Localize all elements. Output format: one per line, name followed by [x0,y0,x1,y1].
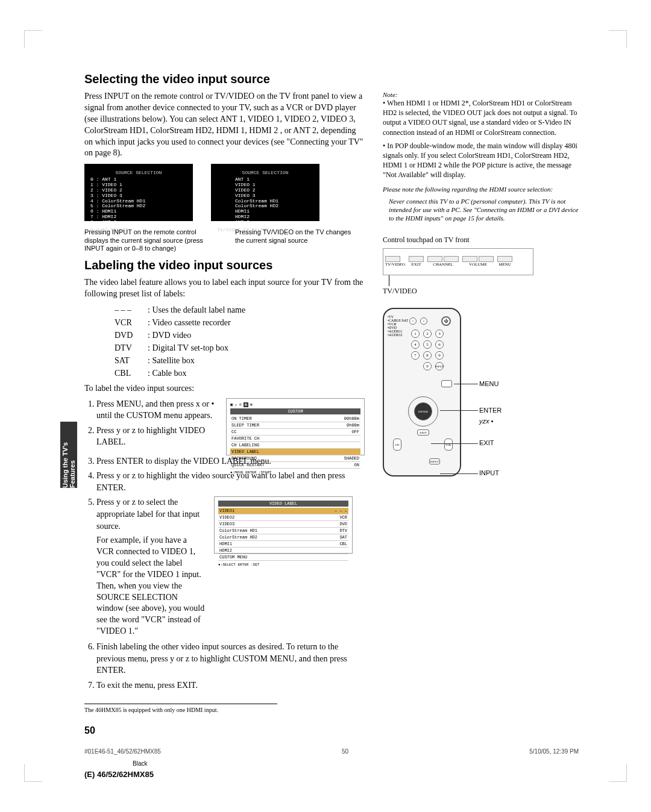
crop-mark [24,764,42,782]
note-label: Note: [383,91,579,98]
product-code: (E) 46/52/62HMX85 [84,770,154,779]
labeling-intro: The video label feature allows you to la… [84,277,365,300]
footer-meta: #01E46-51_46/52/62HMX85 50 5/10/05, 12:3… [84,748,579,755]
steps-list-part1: Press MENU, and then press x or • until … [96,398,217,451]
control-panel-label: Control touchpad on TV front [383,235,579,245]
callout-enter: ENTER [479,407,502,414]
caption-tv: Pressing TV/VIDEO on the TV changes the … [235,228,356,252]
note-2: • In POP double-window mode, the main wi… [383,141,579,180]
control-touchpad-diagram: TV/VIDEO EXIT CHANNEL VOLUME MENU [383,248,533,275]
example-text: For example, if you have a VCR connected… [96,535,205,637]
remote-exit: EXIT [417,429,429,436]
remote-2: 2 [423,329,432,338]
page-number: 50 [84,725,365,736]
side-tab: Using the TV's Features [60,422,77,488]
hdmi-warning-head: Please note the following regarding the … [383,185,579,193]
remote-1: 1 [411,329,420,338]
hdmi-warning-body: Never connect this TV to a PC (personal … [389,197,579,223]
crop-mark [24,30,42,48]
callout-arrows: yzx • [479,417,493,425]
note-1: • When HDMI 1 or HDMI 2*, ColorStream HD… [383,98,579,137]
remote-5: 5 [423,340,432,349]
footnote: The 46HMX85 is equipped with only one HD… [84,704,277,713]
osd-source-selection-tv: SOURCE SELECTION ANT 1 VIDEO 1 VIDEO 2 V… [211,164,319,221]
osd-source-selection-remote: SOURCE SELECTION 0 : ANT 1 1 : VIDEO 1 2… [84,164,193,221]
remote-6: 6 [435,340,444,349]
heading-labeling: Labeling the video input sources [84,258,365,272]
label-list: – – –: Uses the default label name VCR: … [115,304,365,379]
remote-4: 4 [411,340,420,349]
tvvideo-label: TV/VIDEO [383,286,579,296]
remote-9: 9 [435,351,444,360]
remote-menu [441,380,452,387]
callout-exit: EXIT [479,439,494,446]
remote-7: 7 [411,351,420,360]
crop-mark [609,764,627,782]
steps-list-part3: Press y or z to select the appropriate l… [96,496,205,532]
heading-selecting: Selecting the video input source [84,72,579,86]
custom-menu-screenshot: ▣♪≡⊞⊕ CUSTOM ON TIMER00h00m SLEEP TIMER0… [226,398,365,455]
remote-0: 0 [423,362,432,370]
crop-mark [609,30,627,48]
video-label-menu-screenshot: VIDEO LABEL VIDEO1– – – VIDEO2VCR VIDEO3… [214,496,353,554]
intro-paragraph: Press INPUT on the remote control or TV/… [84,91,365,159]
remote-3: 3 [435,329,444,338]
remote-diagram: •TV•CABLE/SAT•VCR•DVD•AUDIO1•AUDIO2 ◦ ◦ … [383,308,461,476]
callout-input: INPUT [479,469,499,476]
caption-remote: Pressing INPUT on the remote control dis… [84,228,217,252]
pre-steps: To label the video input sources: [84,383,365,395]
steps-list-part4: Finish labeling the other video input so… [96,641,365,691]
remote-input: INPUT [435,362,444,370]
callout-menu: MENU [479,380,498,387]
remote-8: 8 [423,351,432,360]
remote-input-bottom: INPUT [429,458,440,464]
footer-color: Black [133,760,147,767]
